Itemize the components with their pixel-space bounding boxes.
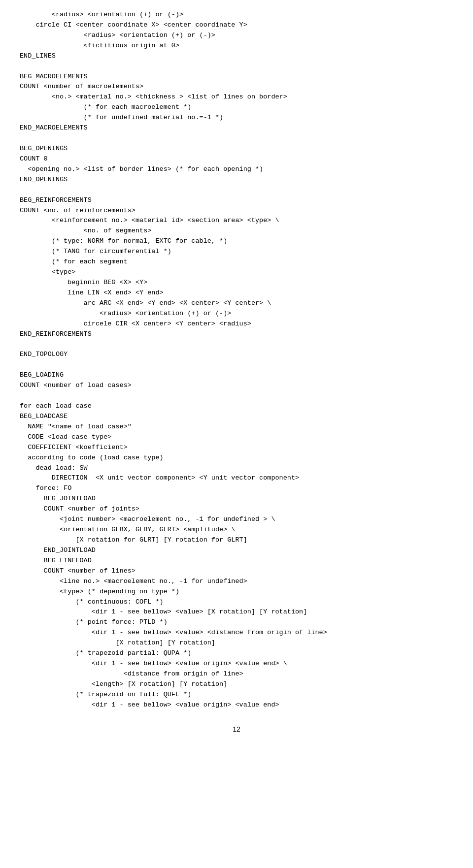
code-content: <radius> <orientation (+) or (-)> circle… [20, 10, 453, 710]
page-number: 12 [20, 725, 453, 733]
